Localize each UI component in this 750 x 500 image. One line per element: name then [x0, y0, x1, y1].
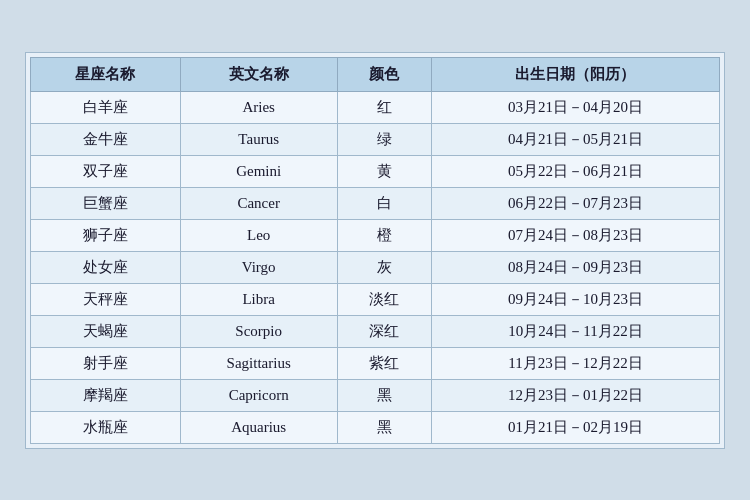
table-row: 巨蟹座Cancer白06月22日－07月23日	[31, 187, 720, 219]
table-cell-r1-c2: 绿	[337, 123, 431, 155]
table-row: 天蝎座Scorpio深红10月24日－11月22日	[31, 315, 720, 347]
table-cell-r6-c1: Libra	[180, 283, 337, 315]
table-cell-r10-c3: 01月21日－02月19日	[431, 411, 719, 443]
table-cell-r7-c2: 深红	[337, 315, 431, 347]
table-row: 天秤座Libra淡红09月24日－10月23日	[31, 283, 720, 315]
table-cell-r1-c1: Taurus	[180, 123, 337, 155]
table-cell-r2-c0: 双子座	[31, 155, 181, 187]
table-cell-r9-c3: 12月23日－01月22日	[431, 379, 719, 411]
zodiac-table-container: 星座名称英文名称颜色出生日期（阳历） 白羊座Aries红03月21日－04月20…	[25, 52, 725, 449]
table-cell-r3-c3: 06月22日－07月23日	[431, 187, 719, 219]
table-row: 白羊座Aries红03月21日－04月20日	[31, 91, 720, 123]
table-cell-r0-c2: 红	[337, 91, 431, 123]
table-cell-r5-c1: Virgo	[180, 251, 337, 283]
table-header-cell: 颜色	[337, 57, 431, 91]
table-row: 处女座Virgo灰08月24日－09月23日	[31, 251, 720, 283]
table-cell-r6-c3: 09月24日－10月23日	[431, 283, 719, 315]
table-cell-r8-c2: 紫红	[337, 347, 431, 379]
table-row: 水瓶座Aquarius黑01月21日－02月19日	[31, 411, 720, 443]
table-cell-r5-c3: 08月24日－09月23日	[431, 251, 719, 283]
table-cell-r9-c0: 摩羯座	[31, 379, 181, 411]
table-cell-r7-c0: 天蝎座	[31, 315, 181, 347]
table-cell-r7-c3: 10月24日－11月22日	[431, 315, 719, 347]
table-cell-r5-c2: 灰	[337, 251, 431, 283]
table-cell-r8-c1: Sagittarius	[180, 347, 337, 379]
table-cell-r6-c0: 天秤座	[31, 283, 181, 315]
table-cell-r0-c3: 03月21日－04月20日	[431, 91, 719, 123]
table-row: 双子座Gemini黄05月22日－06月21日	[31, 155, 720, 187]
table-header-cell: 出生日期（阳历）	[431, 57, 719, 91]
table-row: 狮子座Leo橙07月24日－08月23日	[31, 219, 720, 251]
table-cell-r2-c2: 黄	[337, 155, 431, 187]
table-cell-r2-c3: 05月22日－06月21日	[431, 155, 719, 187]
table-row: 摩羯座Capricorn黑12月23日－01月22日	[31, 379, 720, 411]
table-cell-r1-c0: 金牛座	[31, 123, 181, 155]
zodiac-table: 星座名称英文名称颜色出生日期（阳历） 白羊座Aries红03月21日－04月20…	[30, 57, 720, 444]
table-cell-r7-c1: Scorpio	[180, 315, 337, 347]
table-row: 射手座Sagittarius紫红11月23日－12月22日	[31, 347, 720, 379]
table-cell-r4-c0: 狮子座	[31, 219, 181, 251]
table-cell-r3-c2: 白	[337, 187, 431, 219]
table-body: 白羊座Aries红03月21日－04月20日金牛座Taurus绿04月21日－0…	[31, 91, 720, 443]
table-cell-r9-c2: 黑	[337, 379, 431, 411]
table-header-cell: 英文名称	[180, 57, 337, 91]
table-cell-r10-c2: 黑	[337, 411, 431, 443]
table-cell-r0-c0: 白羊座	[31, 91, 181, 123]
table-cell-r4-c3: 07月24日－08月23日	[431, 219, 719, 251]
table-cell-r5-c0: 处女座	[31, 251, 181, 283]
table-cell-r0-c1: Aries	[180, 91, 337, 123]
table-cell-r10-c0: 水瓶座	[31, 411, 181, 443]
table-cell-r3-c0: 巨蟹座	[31, 187, 181, 219]
table-cell-r4-c1: Leo	[180, 219, 337, 251]
table-cell-r4-c2: 橙	[337, 219, 431, 251]
table-header-row: 星座名称英文名称颜色出生日期（阳历）	[31, 57, 720, 91]
table-cell-r8-c3: 11月23日－12月22日	[431, 347, 719, 379]
table-cell-r9-c1: Capricorn	[180, 379, 337, 411]
table-cell-r6-c2: 淡红	[337, 283, 431, 315]
table-cell-r3-c1: Cancer	[180, 187, 337, 219]
table-header-cell: 星座名称	[31, 57, 181, 91]
table-row: 金牛座Taurus绿04月21日－05月21日	[31, 123, 720, 155]
table-cell-r10-c1: Aquarius	[180, 411, 337, 443]
table-cell-r2-c1: Gemini	[180, 155, 337, 187]
table-cell-r1-c3: 04月21日－05月21日	[431, 123, 719, 155]
table-cell-r8-c0: 射手座	[31, 347, 181, 379]
